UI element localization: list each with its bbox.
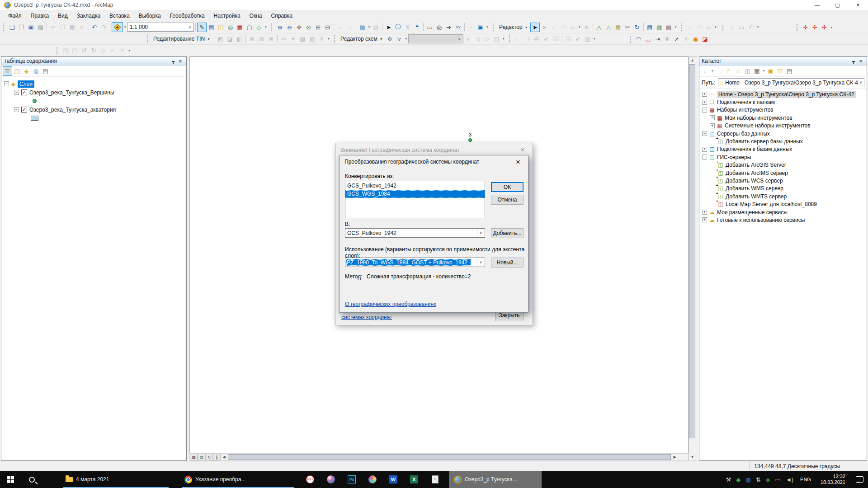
fixed-zoom-in-icon[interactable]: ⊞ [313,23,323,32]
find-route-icon[interactable]: ➔ [444,23,453,32]
fixed-zoom-out-icon[interactable]: ⊟ [323,23,332,32]
layout-view-button[interactable]: ▤ [198,454,205,460]
select-features-icon[interactable]: ▧ [358,23,367,32]
catalog-item-label[interactable]: Добавить WCS сервер [726,178,783,184]
refresh-view-button[interactable]: ↻ [205,454,213,460]
catalog-item-label[interactable]: Наборы инструментов [717,107,774,113]
edit-tool-icon[interactable]: ➤ [530,23,540,32]
contents-view-dropdown-icon[interactable]: ▾ [762,69,766,73]
pin-icon[interactable]: ┳ [850,59,857,64]
catalog-tree-item[interactable]: +▦Системные наборы инструментов [699,122,867,130]
create-polygon-dropdown-icon[interactable]: ▾ [714,25,718,29]
measure-icon[interactable]: ▭ [425,23,434,32]
editor-sketch-icon[interactable]: ✎ [197,23,207,32]
vertical-scroll-thumb[interactable] [689,64,695,438]
toolbar-overflow-icon[interactable]: ▾ [501,37,506,41]
set-transformation-icon[interactable]: ✛ [801,23,810,32]
menu-item-настройка[interactable]: Настройка [209,11,245,21]
cut-polygons-icon[interactable]: ▦ [613,23,623,32]
zoom-out-icon[interactable]: ⊖ [285,23,294,32]
close-panel-icon[interactable]: ✕ [177,59,184,64]
catalog-item-label[interactable]: Добавить ArcIMS сервер [726,170,788,176]
catalog-item-label[interactable]: Добавить WMTS сервер [726,193,787,200]
toolbar-grip[interactable] [334,35,336,42]
undo-icon[interactable]: ↶ [90,23,99,32]
layer-symbol-row[interactable] [4,97,186,105]
catalog-options-icon[interactable]: ▤ [785,66,794,76]
catalog-item-label[interactable]: Готовые к использованию сервисы [717,217,805,223]
list-by-visibility-icon[interactable]: ◈ [22,66,31,76]
expand-icon[interactable]: + [702,210,707,215]
adjust-icon[interactable]: ✣ [820,23,829,32]
collapse-icon[interactable]: − [702,108,707,113]
toolbar-overflow-icon[interactable]: ▾ [485,25,490,29]
viewer-window-icon[interactable]: ▣ [476,23,485,32]
collapse-icon[interactable]: − [702,131,707,136]
select-features-dropdown-icon[interactable]: ▾ [367,25,371,29]
point-symbol[interactable] [33,99,37,103]
close-icon[interactable]: ✕ [518,146,528,153]
html-popup-icon[interactable]: ❝ [412,23,422,32]
catalog-item-label[interactable]: Системные наборы инструментов [725,122,811,129]
contents-view-icon[interactable]: ▦ [752,66,762,76]
trace-tool-dropdown-icon[interactable]: ▾ [578,25,582,29]
toc-layer-row[interactable]: − ✓ Озеро3_река_Тунгуска_акватория [4,105,186,114]
toolbar-grip[interactable] [3,23,5,31]
tray-tools-icon[interactable]: ⚒ [726,477,731,483]
toc-root-label[interactable]: Слои [18,80,34,88]
edit-vertices-icon[interactable]: △ [594,23,604,32]
collapse-icon[interactable]: − [702,155,707,160]
schematic-branch-dropdown-icon[interactable]: ▾ [404,37,408,41]
map-scale-combo[interactable]: 1:1 000 ∨ [127,23,194,32]
go-to-xy-icon[interactable]: XY [453,23,463,32]
reshape-feature-icon[interactable]: △ [604,23,613,32]
python-window-icon[interactable]: ▢ [245,23,254,32]
expand-icon[interactable]: + [702,100,707,105]
scroll-down-icon[interactable]: ▼ [689,454,696,460]
data-view-button[interactable]: ▦ [190,454,198,460]
list-by-drawing-order-icon[interactable]: ☰ [3,66,12,76]
close-button[interactable]: ✕ [848,0,868,10]
taskbar-pin-gost[interactable]: ГОСТ [300,471,321,488]
zoom-in-icon[interactable]: ⊕ [275,23,285,32]
layer-name[interactable]: Озеро3_река_Тунгуска_акватория [29,107,116,113]
curve-red-icon[interactable]: ◡ [643,34,653,44]
menu-item-геообработка[interactable]: Геообработка [165,11,209,21]
expand-icon[interactable]: + [702,217,707,222]
catalog-tree-item[interactable]: ◫×Local Map Server для localhost_8089 [699,200,867,208]
search-window-icon[interactable]: ◎ [226,23,235,32]
catalog-tree-item[interactable]: +☁Готовые к использованию сервисы [699,216,867,224]
catalog-window-icon[interactable]: ◫ [216,23,226,32]
plus-node-icon[interactable]: ✛ [662,34,672,44]
toolbar-grip[interactable] [797,24,798,31]
horizontal-scroll-thumb[interactable] [228,454,671,460]
catalog-up-icon[interactable]: ⇧ [724,66,733,76]
expand-icon[interactable]: + [710,123,715,128]
toolbar-grip[interactable] [271,23,273,31]
catalog-tree-item[interactable]: −◫Серверы баз данных [699,130,867,137]
taskbar-pin-excel[interactable]: X [404,471,425,488]
default-geodatabase-icon[interactable]: ◫ [743,66,752,76]
catalog-tree-item[interactable]: ◫+Добавить сервер базы данных [699,137,867,145]
taskbar-pin-word[interactable]: W [383,471,404,488]
arctoolbox-icon[interactable]: ▦ [235,23,245,32]
list-item[interactable]: GCS_Pulkovo_1942 [345,182,485,190]
catalog-item-label[interactable]: Подключения к базам данных [717,146,792,152]
pause-drawing-button[interactable]: ∥ [213,454,221,460]
toolbar-overflow-icon[interactable]: ▾ [756,25,760,29]
open-icon[interactable]: ❐ [17,23,26,32]
using-combo[interactable]: PZ_1990_To_WGS_1984_GOST + Pulkovo_1942_… [345,258,485,267]
tray-network-icon[interactable]: ▭ [775,477,781,483]
language-indicator[interactable]: ENG [798,477,813,482]
layer-checkbox[interactable]: ✓ [21,107,27,113]
layer-symbol-row[interactable] [4,114,186,122]
taskbar-pin-notepad[interactable]: ≡ [425,471,445,488]
vertex-point[interactable] [468,138,472,142]
toc-root-row[interactable]: − ◈ Слои [4,80,186,88]
editor-more-icon[interactable]: ▨ [664,23,674,32]
connect-folder-icon[interactable]: ▣ [766,66,775,76]
to-combo-dropdown-icon[interactable]: ∨ [477,229,484,237]
pin-icon[interactable]: ┳ [170,59,177,64]
catalog-item-label[interactable]: Мои размещенные сервисы [717,209,788,216]
menu-item-справка[interactable]: Справка [266,11,297,21]
